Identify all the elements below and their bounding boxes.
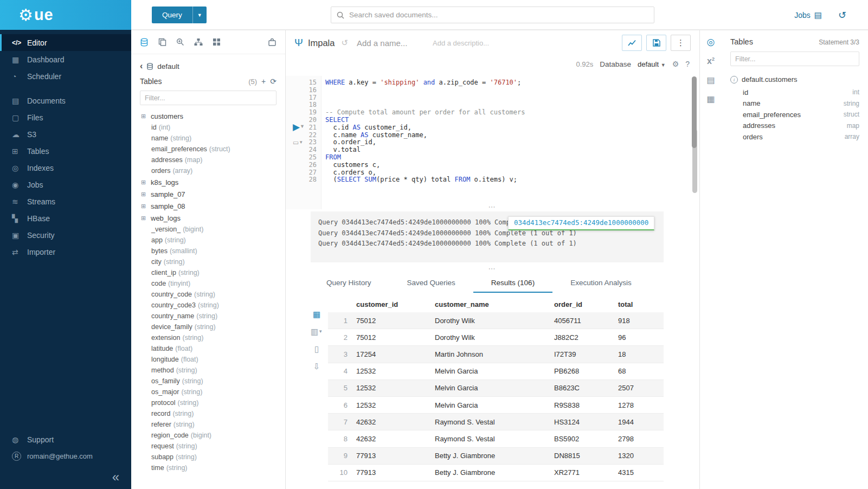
assist-column[interactable]: request(string) [140, 441, 277, 452]
assist-column[interactable]: country_code(string) [140, 289, 277, 300]
results-columns-icon[interactable]: ▯ [314, 345, 319, 353]
query-button[interactable]: Query [152, 7, 192, 23]
jobs-link[interactable]: Jobs ▤ [794, 10, 822, 20]
back-chevron-icon[interactable]: ‹ [140, 62, 143, 70]
sidebar-item-indexes[interactable]: ◎Indexes [0, 159, 131, 176]
assist-column[interactable]: country_name(string) [140, 311, 277, 321]
assist-table-sample_07[interactable]: ⊞sample_07 [140, 188, 277, 200]
right-column[interactable]: namestring [730, 98, 859, 110]
results-grid-icon[interactable]: ▦ [313, 310, 320, 318]
assist-table-web_logs[interactable]: ⊞web_logs [140, 212, 277, 224]
assist-column[interactable]: client_ip(string) [140, 267, 277, 278]
assist-column[interactable]: bytes(smallint) [140, 246, 277, 256]
assist-column[interactable]: record(string) [140, 408, 277, 419]
sidebar-item-hbase[interactable]: ▚HBase [0, 210, 131, 227]
query-name-input[interactable] [357, 38, 427, 48]
assist-column[interactable]: device_family(string) [140, 321, 277, 332]
results-download-icon[interactable]: ⇩ [313, 362, 320, 370]
assist-column[interactable]: id(int) [140, 122, 277, 133]
sidebar-item-s3[interactable]: ☁S3 [0, 126, 131, 143]
assist-documents-icon[interactable] [158, 38, 166, 46]
assist-column[interactable]: url(string) [140, 473, 277, 474]
history-icon[interactable]: ↺ [838, 9, 846, 21]
right-column[interactable]: ordersarray [730, 131, 859, 143]
assist-column[interactable]: email_preferences(struct) [140, 144, 277, 155]
assist-column[interactable]: subapp(string) [140, 452, 277, 462]
more-actions-button[interactable]: ⋮ [671, 35, 691, 51]
schedule-icon[interactable]: ▦ [706, 95, 715, 104]
assist-filter-input[interactable] [140, 91, 277, 105]
collapse-sidebar-icon[interactable]: « [112, 469, 119, 485]
tab-results-106-[interactable]: Results (106) [473, 273, 552, 293]
query-dropdown-caret[interactable]: ▼ [192, 7, 207, 23]
sidebar-item-jobs[interactable]: ◉Jobs [0, 176, 131, 193]
right-active-table[interactable]: i default.customers [730, 75, 859, 83]
add-table-icon[interactable]: + [261, 77, 266, 86]
right-engine-icon[interactable]: ◎ [707, 37, 715, 47]
database-select[interactable]: default ▼ [638, 60, 666, 68]
functions-icon[interactable]: x2 [707, 57, 715, 66]
assist-column[interactable]: addresses(map) [140, 155, 277, 165]
sidebar-item-support[interactable]: ◍ Support [0, 432, 131, 448]
assist-column[interactable]: latitude(float) [140, 343, 277, 354]
assist-column[interactable]: orders(array) [140, 165, 277, 176]
sidebar-item-security[interactable]: ▣Security [0, 227, 131, 243]
assist-column[interactable]: region_code(bigint) [140, 430, 277, 441]
sidebar-item-streams[interactable]: ≋Streams [0, 193, 131, 210]
execute-button[interactable]: ▶▼ [293, 121, 305, 133]
assist-table-customers[interactable]: ⊞customers [140, 110, 277, 122]
assist-column[interactable]: time(string) [140, 462, 277, 473]
assist-table-sample_08[interactable]: ⊞sample_08 [140, 200, 277, 212]
right-column[interactable]: email_preferencesstruct [730, 109, 859, 120]
assist-sitemap-icon[interactable] [194, 38, 203, 46]
sidebar-item-dashboard[interactable]: ▦Dashboard [0, 51, 131, 68]
editor-settings-icon[interactable]: ⚙ [672, 60, 679, 68]
save-button[interactable] [646, 35, 666, 51]
language-reference-icon[interactable]: ▤ [706, 76, 715, 85]
assist-collections-icon[interactable] [268, 38, 277, 47]
search-input[interactable] [349, 11, 648, 19]
tab-execution-analysis[interactable]: Execution Analysis [552, 273, 650, 293]
assist-column[interactable]: os_major(string) [140, 387, 277, 397]
assist-column[interactable]: name(string) [140, 133, 277, 144]
query-id-tooltip[interactable]: 034d413ec7474ed5:4249de1000000000 [508, 216, 654, 230]
tab-saved-queries[interactable]: Saved Queries [389, 273, 473, 293]
assist-apps-icon[interactable] [213, 38, 221, 46]
assist-column[interactable]: protocol(string) [140, 397, 277, 408]
assist-column[interactable]: _version_(bigint) [140, 224, 277, 235]
refresh-icon[interactable]: ⟳ [270, 77, 277, 86]
assist-table-k8s_logs[interactable]: ⊞k8s_logs [140, 176, 277, 188]
sidebar-item-editor[interactable]: </>Editor [0, 34, 131, 51]
snippet-settings-icon[interactable]: ▭▼ [293, 139, 303, 146]
resize-handle-bottom[interactable]: ⋯ [488, 265, 497, 273]
sidebar-item-scheduler[interactable]: ◔Scheduler [0, 68, 131, 85]
query-description-input[interactable] [433, 39, 498, 47]
assist-column[interactable]: app(string) [140, 235, 277, 246]
assist-search-icon[interactable] [176, 38, 184, 46]
assist-column[interactable]: longitude(float) [140, 354, 277, 365]
main-scrollbar[interactable] [692, 76, 697, 148]
chart-button[interactable] [622, 35, 642, 51]
assist-column[interactable]: method(string) [140, 365, 277, 376]
assist-column[interactable]: country_code3(string) [140, 300, 277, 311]
code-editor[interactable]: 15WHERE a.key = 'shipping' and a.zip_cod… [286, 76, 699, 209]
editor-help-icon[interactable]: ? [685, 60, 690, 68]
right-column[interactable]: idint [730, 87, 859, 98]
query-history-icon[interactable]: ↺ [341, 38, 348, 48]
assist-column[interactable]: os_family(string) [140, 376, 277, 387]
sidebar-item-tables[interactable]: ⊞Tables [0, 143, 131, 159]
right-column[interactable]: addressesmap [730, 120, 859, 132]
sidebar-item-documents[interactable]: ▤Documents [0, 92, 131, 109]
breadcrumb-database[interactable]: default [157, 62, 179, 70]
assist-databases-icon[interactable] [140, 38, 149, 47]
sidebar-item-user[interactable]: R romain@gethue.com [0, 448, 131, 464]
assist-column[interactable]: extension(string) [140, 332, 277, 343]
sidebar-item-importer[interactable]: ⇄Importer [0, 243, 131, 260]
hue-logo[interactable]: ⚙ ue [0, 0, 131, 30]
assist-column[interactable]: city(string) [140, 256, 277, 267]
sidebar-item-files[interactable]: ▢Files [0, 109, 131, 126]
assist-column[interactable]: code(tinyint) [140, 278, 277, 289]
right-filter-input[interactable] [730, 52, 859, 66]
resize-handle-top[interactable]: ⋯ [488, 203, 497, 211]
results-chart-icon[interactable]: ▥▼ [311, 327, 323, 336]
